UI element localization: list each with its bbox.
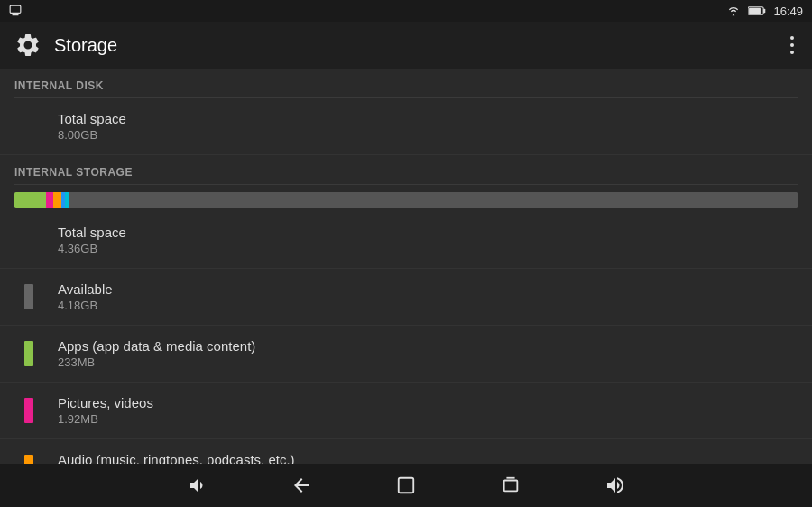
- internal-disk-header: INTERNAL DISK: [0, 69, 812, 97]
- audio-icon-container: [14, 453, 43, 464]
- time-display: 16:49: [773, 5, 803, 18]
- apps-item[interactable]: Apps (app data & media content) 233MB: [0, 326, 812, 383]
- apps-icon-container: [14, 339, 43, 368]
- total-space-disk-label: Total space: [58, 111, 126, 126]
- apps-text: Apps (app data & media content) 233MB: [58, 338, 255, 369]
- total-space-storage-label: Total space: [58, 225, 126, 240]
- apps-value: 233MB: [58, 355, 255, 369]
- svg-rect-5: [399, 478, 414, 493]
- internal-storage-header: INTERNAL STORAGE: [0, 155, 812, 184]
- dot3: [790, 51, 794, 54]
- total-space-storage-value: 4.36GB: [58, 242, 126, 255]
- total-space-disk-item: Total space 8.00GB: [0, 98, 812, 155]
- total-space-storage-text: Total space 4.36GB: [58, 225, 126, 255]
- available-label: Available: [58, 281, 113, 297]
- pictures-label: Pictures, videos: [58, 395, 153, 410]
- audio-label: Audio (music, ringtones, podcasts, etc.): [58, 452, 295, 464]
- svg-rect-3: [764, 9, 766, 13]
- available-color-icon: [24, 284, 33, 309]
- audio-item[interactable]: Audio (music, ringtones, podcasts, etc.)…: [0, 439, 812, 464]
- status-bar-right: 16:49: [726, 5, 803, 18]
- total-space-storage-item: Total space 4.36GB: [0, 212, 812, 269]
- volume-down-button[interactable]: [180, 469, 213, 502]
- pictures-color-icon: [24, 398, 33, 423]
- status-bar: 16:49: [0, 0, 812, 22]
- apps-label: Apps (app data & media content): [58, 338, 255, 354]
- bar-audio: [53, 192, 61, 208]
- svg-rect-1: [13, 14, 19, 16]
- bar-pictures: [46, 192, 54, 208]
- storage-bar: [14, 192, 798, 208]
- pictures-text: Pictures, videos 1.92MB: [58, 395, 153, 426]
- pictures-item[interactable]: Pictures, videos 1.92MB: [0, 383, 812, 439]
- app-bar-left: Storage: [14, 32, 117, 59]
- dot1: [790, 36, 794, 40]
- app-bar-title: Storage: [54, 35, 117, 56]
- internal-storage-section: INTERNAL STORAGE Total space 4.36GB Avai…: [0, 155, 812, 464]
- battery-icon: [748, 5, 766, 16]
- available-value: 4.18GB: [58, 299, 113, 312]
- total-space-disk-value: 8.00GB: [58, 128, 126, 142]
- recents-button[interactable]: [494, 469, 527, 502]
- apps-color-icon: [24, 341, 33, 366]
- android-icon: [9, 5, 22, 17]
- home-button[interactable]: [390, 469, 422, 502]
- back-button[interactable]: [285, 469, 318, 502]
- bar-free: [69, 192, 798, 208]
- pictures-icon-container: [14, 396, 43, 425]
- wifi-icon: [726, 5, 741, 16]
- dot2: [790, 43, 794, 47]
- available-text: Available 4.18GB: [58, 281, 113, 312]
- nav-bar: [0, 464, 812, 507]
- status-bar-left: [9, 5, 22, 17]
- overflow-menu-button[interactable]: [787, 32, 798, 58]
- content-area: INTERNAL DISK Total space 8.00GB INTERNA…: [0, 69, 812, 464]
- available-icon-container: [14, 282, 43, 311]
- bar-apps: [14, 192, 46, 208]
- audio-color-icon: [24, 455, 33, 464]
- pictures-value: 1.92MB: [58, 412, 153, 426]
- svg-rect-4: [750, 8, 761, 14]
- volume-up-button[interactable]: [599, 469, 632, 502]
- settings-gear-icon: [14, 32, 42, 59]
- divider-storage: [14, 184, 798, 185]
- internal-disk-section: INTERNAL DISK Total space 8.00GB: [0, 69, 812, 155]
- total-space-disk-text: Total space 8.00GB: [58, 111, 126, 142]
- svg-rect-6: [504, 481, 518, 492]
- audio-text: Audio (music, ringtones, podcasts, etc.)…: [58, 452, 295, 464]
- svg-rect-0: [10, 5, 21, 13]
- available-item[interactable]: Available 4.18GB: [0, 269, 812, 326]
- app-bar: Storage: [0, 22, 812, 69]
